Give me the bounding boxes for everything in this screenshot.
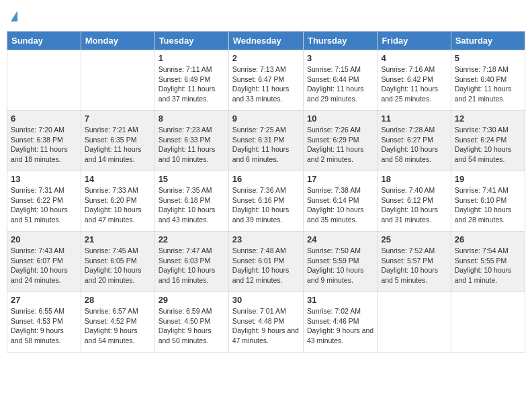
day-of-week-header: Sunday bbox=[7, 32, 81, 50]
day-number: 21 bbox=[85, 234, 151, 244]
day-of-week-header: Thursday bbox=[303, 32, 377, 50]
calendar-cell: 18Sunrise: 7:40 AMSunset: 6:12 PMDayligh… bbox=[378, 171, 451, 232]
day-info: Sunrise: 7:35 AMSunset: 6:18 PMDaylight:… bbox=[159, 185, 225, 225]
day-info: Sunrise: 7:20 AMSunset: 6:38 PMDaylight:… bbox=[11, 125, 77, 165]
calendar-cell: 17Sunrise: 7:38 AMSunset: 6:14 PMDayligh… bbox=[303, 171, 377, 232]
day-info: Sunrise: 7:52 AMSunset: 5:57 PMDaylight:… bbox=[381, 246, 447, 285]
day-number: 7 bbox=[85, 113, 151, 124]
calendar-cell: 20Sunrise: 7:43 AMSunset: 6:07 PMDayligh… bbox=[7, 232, 81, 292]
day-info: Sunrise: 7:25 AMSunset: 6:31 PMDaylight:… bbox=[232, 125, 300, 165]
day-number: 6 bbox=[11, 113, 77, 124]
calendar-cell: 19Sunrise: 7:41 AMSunset: 6:10 PMDayligh… bbox=[451, 171, 525, 232]
day-info: Sunrise: 7:23 AMSunset: 6:33 PMDaylight:… bbox=[159, 125, 225, 165]
calendar-cell: 6Sunrise: 7:20 AMSunset: 6:38 PMDaylight… bbox=[7, 111, 81, 171]
calendar-cell: 16Sunrise: 7:36 AMSunset: 6:16 PMDayligh… bbox=[228, 171, 303, 232]
calendar-cell: 1Sunrise: 7:11 AMSunset: 6:49 PMDaylight… bbox=[154, 50, 228, 111]
calendar-cell: 2Sunrise: 7:13 AMSunset: 6:47 PMDaylight… bbox=[228, 50, 303, 111]
day-number: 30 bbox=[232, 295, 300, 305]
day-info: Sunrise: 7:21 AMSunset: 6:35 PMDaylight:… bbox=[85, 125, 151, 165]
calendar-table: SundayMondayTuesdayWednesdayThursdayFrid… bbox=[7, 31, 525, 353]
day-info: Sunrise: 6:59 AMSunset: 4:50 PMDaylight:… bbox=[159, 306, 225, 346]
calendar-cell: 22Sunrise: 7:47 AMSunset: 6:03 PMDayligh… bbox=[154, 232, 228, 292]
calendar-week-row: 1Sunrise: 7:11 AMSunset: 6:49 PMDaylight… bbox=[7, 50, 525, 111]
day-number: 27 bbox=[11, 295, 77, 305]
day-number: 3 bbox=[307, 53, 373, 63]
calendar-cell: 10Sunrise: 7:26 AMSunset: 6:29 PMDayligh… bbox=[303, 111, 377, 171]
day-info: Sunrise: 7:15 AMSunset: 6:44 PMDaylight:… bbox=[307, 64, 373, 104]
day-number: 10 bbox=[307, 113, 373, 124]
calendar-cell: 15Sunrise: 7:35 AMSunset: 6:18 PMDayligh… bbox=[154, 171, 228, 232]
calendar-header-row: SundayMondayTuesdayWednesdayThursdayFrid… bbox=[7, 32, 525, 50]
calendar-cell: 31Sunrise: 7:02 AMSunset: 4:46 PMDayligh… bbox=[303, 292, 377, 353]
day-info: Sunrise: 7:01 AMSunset: 4:48 PMDaylight:… bbox=[232, 306, 300, 346]
calendar-week-row: 6Sunrise: 7:20 AMSunset: 6:38 PMDaylight… bbox=[7, 111, 525, 171]
day-info: Sunrise: 6:55 AMSunset: 4:53 PMDaylight:… bbox=[11, 306, 77, 346]
day-number: 4 bbox=[381, 53, 447, 63]
day-of-week-header: Saturday bbox=[451, 32, 525, 50]
day-info: Sunrise: 7:33 AMSunset: 6:20 PMDaylight:… bbox=[85, 185, 151, 225]
day-info: Sunrise: 7:26 AMSunset: 6:29 PMDaylight:… bbox=[307, 125, 373, 165]
day-info: Sunrise: 7:11 AMSunset: 6:49 PMDaylight:… bbox=[159, 64, 225, 104]
day-number: 11 bbox=[381, 113, 447, 124]
day-info: Sunrise: 7:41 AMSunset: 6:10 PMDaylight:… bbox=[455, 185, 521, 225]
day-number: 29 bbox=[159, 295, 225, 305]
calendar-cell: 3Sunrise: 7:15 AMSunset: 6:44 PMDaylight… bbox=[303, 50, 377, 111]
day-number: 17 bbox=[307, 174, 373, 184]
day-of-week-header: Wednesday bbox=[228, 32, 303, 50]
day-number: 28 bbox=[85, 295, 151, 305]
calendar-cell: 28Sunrise: 6:57 AMSunset: 4:52 PMDayligh… bbox=[81, 292, 154, 353]
calendar-cell: 4Sunrise: 7:16 AMSunset: 6:42 PMDaylight… bbox=[378, 50, 451, 111]
day-info: Sunrise: 7:13 AMSunset: 6:47 PMDaylight:… bbox=[232, 64, 300, 104]
day-number: 12 bbox=[455, 113, 521, 124]
day-number: 22 bbox=[159, 234, 225, 244]
day-of-week-header: Tuesday bbox=[154, 32, 228, 50]
day-info: Sunrise: 7:36 AMSunset: 6:16 PMDaylight:… bbox=[232, 185, 300, 225]
calendar-cell: 23Sunrise: 7:48 AMSunset: 6:01 PMDayligh… bbox=[228, 232, 303, 292]
calendar-cell: 7Sunrise: 7:21 AMSunset: 6:35 PMDaylight… bbox=[81, 111, 154, 171]
day-info: Sunrise: 7:28 AMSunset: 6:27 PMDaylight:… bbox=[381, 125, 447, 165]
header bbox=[7, 7, 525, 26]
calendar-cell: 21Sunrise: 7:45 AMSunset: 6:05 PMDayligh… bbox=[81, 232, 154, 292]
day-info: Sunrise: 7:48 AMSunset: 6:01 PMDaylight:… bbox=[232, 246, 300, 285]
calendar-cell: 8Sunrise: 7:23 AMSunset: 6:33 PMDaylight… bbox=[154, 111, 228, 171]
calendar-cell: 12Sunrise: 7:30 AMSunset: 6:24 PMDayligh… bbox=[451, 111, 525, 171]
day-number: 19 bbox=[455, 174, 521, 184]
day-info: Sunrise: 6:57 AMSunset: 4:52 PMDaylight:… bbox=[85, 306, 151, 346]
day-number: 13 bbox=[11, 174, 77, 184]
day-info: Sunrise: 7:50 AMSunset: 5:59 PMDaylight:… bbox=[307, 246, 373, 285]
calendar-week-row: 20Sunrise: 7:43 AMSunset: 6:07 PMDayligh… bbox=[7, 232, 525, 292]
calendar-cell: 29Sunrise: 6:59 AMSunset: 4:50 PMDayligh… bbox=[154, 292, 228, 353]
calendar-cell bbox=[7, 50, 81, 111]
day-info: Sunrise: 7:31 AMSunset: 6:22 PMDaylight:… bbox=[11, 185, 77, 225]
day-number: 31 bbox=[307, 295, 373, 305]
day-number: 5 bbox=[455, 53, 521, 63]
day-number: 1 bbox=[159, 53, 225, 63]
day-info: Sunrise: 7:40 AMSunset: 6:12 PMDaylight:… bbox=[381, 185, 447, 225]
calendar-week-row: 27Sunrise: 6:55 AMSunset: 4:53 PMDayligh… bbox=[7, 292, 525, 353]
calendar-cell: 25Sunrise: 7:52 AMSunset: 5:57 PMDayligh… bbox=[378, 232, 451, 292]
day-number: 23 bbox=[232, 234, 300, 244]
calendar-cell: 11Sunrise: 7:28 AMSunset: 6:27 PMDayligh… bbox=[378, 111, 451, 171]
calendar-cell: 9Sunrise: 7:25 AMSunset: 6:31 PMDaylight… bbox=[228, 111, 303, 171]
calendar-cell bbox=[378, 292, 451, 353]
day-number: 26 bbox=[455, 234, 521, 244]
logo bbox=[9, 11, 17, 21]
day-number: 8 bbox=[159, 113, 225, 124]
day-of-week-header: Friday bbox=[378, 32, 451, 50]
day-info: Sunrise: 7:16 AMSunset: 6:42 PMDaylight:… bbox=[381, 64, 447, 104]
day-info: Sunrise: 7:45 AMSunset: 6:05 PMDaylight:… bbox=[85, 246, 151, 285]
calendar-cell: 27Sunrise: 6:55 AMSunset: 4:53 PMDayligh… bbox=[7, 292, 81, 353]
logo-triangle-icon bbox=[11, 11, 17, 21]
day-number: 25 bbox=[381, 234, 447, 244]
calendar-cell bbox=[81, 50, 154, 111]
calendar-cell bbox=[451, 292, 525, 353]
day-info: Sunrise: 7:18 AMSunset: 6:40 PMDaylight:… bbox=[455, 64, 521, 104]
day-info: Sunrise: 7:47 AMSunset: 6:03 PMDaylight:… bbox=[159, 246, 225, 285]
day-number: 20 bbox=[11, 234, 77, 244]
calendar-week-row: 13Sunrise: 7:31 AMSunset: 6:22 PMDayligh… bbox=[7, 171, 525, 232]
day-number: 16 bbox=[232, 174, 300, 184]
day-number: 2 bbox=[232, 53, 300, 63]
day-number: 9 bbox=[232, 113, 300, 124]
day-number: 18 bbox=[381, 174, 447, 184]
calendar-cell: 30Sunrise: 7:01 AMSunset: 4:48 PMDayligh… bbox=[228, 292, 303, 353]
